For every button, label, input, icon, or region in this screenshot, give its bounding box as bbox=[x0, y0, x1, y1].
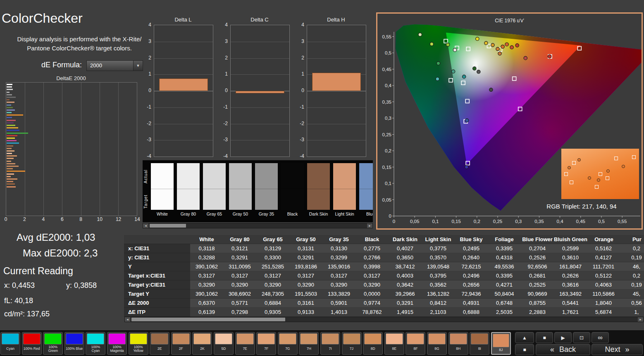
deltae-bar bbox=[7, 86, 12, 88]
deltae-chart-plot bbox=[6, 82, 137, 216]
patch-button-8g[interactable]: 8G bbox=[427, 332, 447, 355]
table-cell: 0,0000 bbox=[355, 290, 389, 299]
frame-button[interactable]: ⊡ bbox=[573, 332, 590, 343]
patch-button-100-red[interactable]: 100% Red bbox=[22, 332, 42, 355]
table-row: Target Y390,1062308,6902248,7305191,5503… bbox=[124, 290, 644, 299]
deltae-gridline bbox=[137, 83, 137, 216]
patch-button-100-blue[interactable]: 100% Blue bbox=[64, 332, 84, 355]
eject-button[interactable]: ▲ bbox=[515, 332, 534, 343]
swatch-scrollbar-thumb[interactable] bbox=[150, 224, 186, 228]
patch-button-7e[interactable]: 7E bbox=[235, 332, 255, 355]
deltae-bar bbox=[7, 94, 12, 95]
table-cell: 0,4027 bbox=[389, 244, 422, 253]
patch-button-label: 8F bbox=[407, 344, 424, 354]
patch-button-100-cyan[interactable]: 100% Cyan bbox=[86, 332, 105, 355]
patch-button-7g[interactable]: 7G bbox=[278, 332, 298, 355]
patch-button-100-magenta[interactable]: 100% Magenta bbox=[107, 332, 127, 355]
table-cell: 0,2640 bbox=[455, 253, 488, 262]
delta-gridline bbox=[154, 42, 213, 42]
table-cell: 0,5771 bbox=[223, 299, 256, 308]
patch-button-8j[interactable]: 8J bbox=[491, 332, 511, 355]
table-row-label: y: CIE31 bbox=[124, 253, 190, 262]
delta-chart-delta-l: Delta L43210-1-2-3-4 bbox=[141, 17, 213, 159]
delta-gridline bbox=[307, 140, 366, 140]
inset-measured-marker bbox=[588, 176, 591, 180]
back-button[interactable]: « Back bbox=[536, 344, 590, 355]
patch-button-label: Cyan bbox=[2, 344, 19, 354]
patch-button-8e[interactable]: 8E bbox=[384, 332, 404, 355]
table-cell: 0,6884 bbox=[256, 299, 289, 308]
patch-button-8i[interactable]: 8I bbox=[470, 332, 489, 355]
patch-button-cyan[interactable]: Cyan bbox=[0, 332, 20, 355]
patch-button-2e[interactable]: 2E bbox=[150, 332, 169, 355]
next-button-label: Next bbox=[605, 345, 620, 354]
table-scrollbar[interactable]: ◄ ► bbox=[124, 317, 644, 322]
patch-color-swatch bbox=[193, 333, 211, 344]
patch-button-2f[interactable]: 2F bbox=[171, 332, 191, 355]
table-cell: 0,3161 bbox=[289, 299, 322, 308]
patch-button-100-yellow[interactable]: 100% Yellow bbox=[129, 332, 148, 355]
patch-button-5d[interactable]: 5D bbox=[214, 332, 234, 355]
swatch-scrollbar[interactable]: ◄ ► bbox=[143, 223, 373, 228]
play-button[interactable]: ▶ bbox=[554, 332, 572, 343]
deltae-bar bbox=[7, 135, 17, 136]
table-cell: 2,1103 bbox=[422, 308, 455, 317]
swatch-light-skin: Light Skin bbox=[333, 163, 356, 216]
next-button[interactable]: Next » bbox=[592, 344, 643, 355]
delta-y-tick: -3 bbox=[217, 137, 228, 142]
patch-button-7f[interactable]: 7F bbox=[256, 332, 276, 355]
patch-button-7h[interactable]: 7H bbox=[299, 332, 319, 355]
swatch-actual-color bbox=[359, 163, 373, 189]
swatch-label: White bbox=[151, 211, 174, 216]
swatch-target-color bbox=[333, 189, 356, 210]
patch-color-swatch bbox=[130, 333, 147, 344]
delta-y-tick: 1 bbox=[141, 71, 151, 77]
measurement-table: WhiteGray 80Gray 65Gray 50Gray 35BlackDa… bbox=[124, 235, 644, 317]
table-scrollbar-thumb[interactable] bbox=[131, 318, 285, 321]
de-formula-dropdown[interactable]: 2000 ▼ bbox=[86, 60, 143, 71]
patch-button-8h[interactable]: 8H bbox=[448, 332, 468, 355]
deltae-bar bbox=[7, 153, 12, 154]
table-cell: 1,7621 bbox=[554, 308, 587, 317]
deltae-bar bbox=[7, 186, 16, 187]
deltae-bar bbox=[7, 183, 15, 185]
scroll-right-icon[interactable]: ► bbox=[638, 317, 643, 322]
delta-gridline bbox=[231, 58, 289, 59]
delta-y-tick: -4 bbox=[141, 153, 151, 159]
inset-target-marker bbox=[570, 180, 573, 184]
cie-measured-marker bbox=[436, 77, 439, 81]
de-formula-label: dE Formula: bbox=[41, 61, 82, 69]
current-fl-value: fL: 40,18 bbox=[4, 297, 33, 305]
cie-tick-label: 0,35 bbox=[534, 219, 544, 224]
patch-button-2k[interactable]: 2K bbox=[192, 332, 212, 355]
patch-button-8d[interactable]: 8D bbox=[363, 332, 383, 355]
deltae-x-tick: 4 bbox=[39, 216, 48, 222]
patch-button-7i[interactable]: 7I bbox=[320, 332, 340, 355]
loop-button[interactable]: ∞ bbox=[592, 332, 609, 343]
table-cell: 0,4318 bbox=[488, 253, 521, 262]
cie-measured-marker bbox=[453, 48, 456, 52]
cie-measured-marker bbox=[548, 55, 551, 58]
patch-button-8f[interactable]: 8F bbox=[405, 332, 425, 355]
stop-button[interactable]: ■ bbox=[536, 332, 553, 343]
table-cell: 92,6506 bbox=[521, 262, 554, 271]
delta-y-tick: 0 bbox=[141, 88, 151, 93]
table-cell: 0,5901 bbox=[322, 299, 355, 308]
scroll-left-icon[interactable]: ◄ bbox=[143, 223, 148, 228]
scroll-left-icon[interactable]: ◄ bbox=[125, 317, 130, 322]
table-cell: 0,5122 bbox=[587, 271, 620, 280]
table-cell: 5,6874 bbox=[587, 308, 620, 317]
table-cell: 248,7305 bbox=[256, 290, 289, 299]
cie-tick-label: 0,5 bbox=[598, 219, 605, 224]
patch-button-7j[interactable]: 7J bbox=[342, 332, 362, 355]
patch-color-swatch bbox=[172, 333, 190, 344]
delta-y-tick: -1 bbox=[217, 104, 228, 110]
table-cell: 193,8186 bbox=[289, 262, 322, 271]
table-cell: 0,4127 bbox=[587, 253, 620, 262]
patch-color-swatch bbox=[215, 333, 232, 344]
scroll-right-icon[interactable]: ► bbox=[367, 223, 372, 228]
table-row-label: Target Y bbox=[124, 290, 190, 299]
patch-button-100-green[interactable]: 100% Green bbox=[43, 332, 63, 355]
display-button[interactable]: ■ bbox=[515, 344, 534, 355]
cie-measured-marker bbox=[473, 67, 476, 70]
